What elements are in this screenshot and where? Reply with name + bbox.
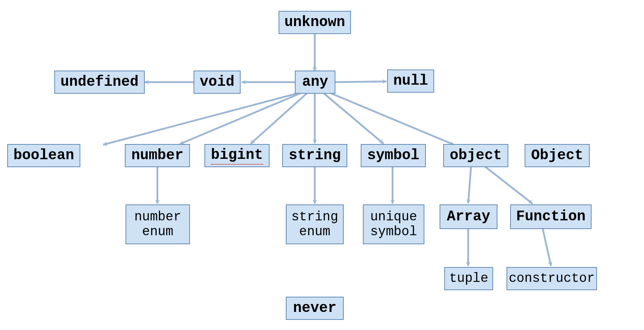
node-label: string enum: [291, 210, 338, 240]
edge-any-object: [331, 93, 454, 145]
edge-any-symbol: [324, 93, 384, 144]
edge-object-array: [468, 166, 471, 203]
node-label: constructor: [509, 271, 595, 286]
node-any: any: [295, 71, 335, 94]
node-label: never: [293, 300, 336, 317]
node-label: unknown: [284, 14, 345, 31]
node-number: number: [125, 144, 190, 167]
node-function: Function: [510, 204, 592, 229]
node-label: number enum: [134, 210, 181, 240]
node-label: any: [302, 74, 328, 90]
node-unknown: unknown: [279, 11, 351, 34]
node-label: undefined: [60, 74, 139, 90]
edge-any-null: [335, 81, 386, 82]
node-label: bigint: [211, 147, 263, 165]
node-boolean: boolean: [7, 144, 80, 167]
node-label: null: [393, 73, 428, 89]
node-never: never: [286, 297, 344, 320]
node-void: void: [194, 71, 241, 94]
node-label: symbol: [367, 147, 419, 164]
node-symbol: symbol: [361, 144, 426, 167]
node-label: string: [289, 147, 341, 164]
edge-any-boolean: [103, 93, 297, 145]
node-label: object: [450, 147, 502, 164]
node-label: tuple: [449, 271, 488, 286]
node-number-enum: number enum: [126, 204, 190, 244]
node-unique-symbol: unique symbol: [363, 204, 424, 244]
diagram-canvas: unknown undefined void any null boolean …: [0, 0, 644, 330]
node-object-uppercase: Object: [525, 144, 590, 167]
edge-object-function: [485, 166, 533, 204]
node-label: Function: [516, 208, 585, 225]
node-string: string: [282, 144, 347, 167]
node-string-enum: string enum: [286, 204, 344, 244]
node-undefined: undefined: [54, 71, 145, 94]
node-array: Array: [440, 204, 497, 229]
node-bigint: bigint: [204, 144, 270, 167]
node-label: void: [200, 74, 234, 90]
node-null: null: [387, 69, 434, 93]
node-label: unique symbol: [370, 210, 417, 240]
node-object-lowercase: object: [443, 144, 508, 167]
edge-any-bigint: [251, 93, 307, 144]
node-tuple: tuple: [444, 267, 493, 290]
node-label: number: [131, 147, 183, 164]
node-label: Array: [447, 208, 490, 225]
edge-function-constructor: [543, 229, 551, 266]
node-label: boolean: [13, 147, 74, 164]
edge-any-number: [180, 93, 300, 144]
node-constructor: constructor: [507, 267, 597, 290]
node-label: Object: [531, 147, 583, 164]
